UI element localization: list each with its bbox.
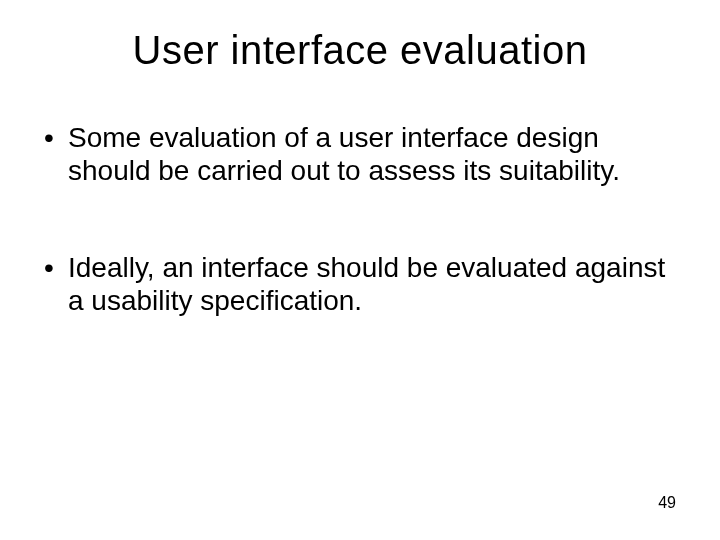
slide-container: User interface evaluation Some evaluatio… [0, 0, 720, 540]
slide-title: User interface evaluation [40, 28, 680, 73]
page-number: 49 [658, 494, 676, 512]
list-item: Ideally, an interface should be evaluate… [40, 251, 680, 317]
list-item: Some evaluation of a user interface desi… [40, 121, 680, 187]
bullet-list: Some evaluation of a user interface desi… [40, 121, 680, 317]
